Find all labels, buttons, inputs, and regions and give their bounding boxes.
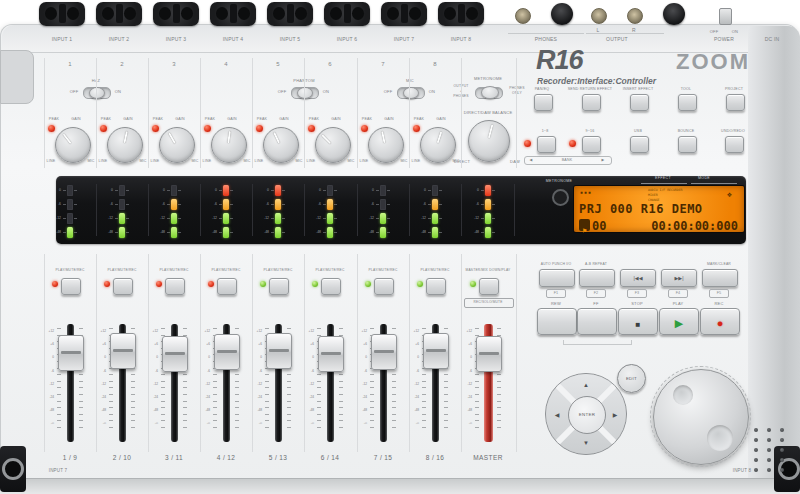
gain-knob[interactable] bbox=[420, 127, 456, 163]
bank-left-arrow[interactable]: ◀ bbox=[530, 158, 533, 162]
meter-scale-number: 0 bbox=[361, 188, 374, 192]
line-label: LINE bbox=[47, 159, 56, 163]
balance-knob[interactable] bbox=[468, 120, 510, 162]
jog-dial[interactable] bbox=[653, 369, 749, 465]
gain-knob[interactable] bbox=[211, 127, 247, 163]
fx-button-send-return-effect[interactable] bbox=[582, 94, 601, 111]
lcd-display: ▪▪▪ AUDIO I/F RECORDER MIXER CHANGE ❖ PR… bbox=[574, 186, 744, 232]
input-combo-jack bbox=[96, 2, 142, 26]
phones-knob[interactable] bbox=[551, 3, 573, 25]
track-status-button[interactable] bbox=[61, 278, 81, 295]
peak-label: PEAK bbox=[153, 117, 163, 121]
gain-knob[interactable] bbox=[55, 127, 91, 163]
fx-button-usb[interactable] bbox=[630, 136, 649, 153]
function-button-label: MARK/CLEAR bbox=[707, 262, 731, 266]
lcd-status-icons: ▪▪▪ bbox=[580, 189, 592, 195]
track-status-button[interactable] bbox=[165, 278, 185, 295]
track-status-label: PLAY/MUTE/REC bbox=[264, 268, 293, 272]
track-status-led bbox=[365, 281, 371, 287]
balance-title: DIRECT/DAW BALANCE bbox=[464, 110, 513, 115]
meter-led-segment bbox=[223, 213, 229, 224]
meter-led-segment bbox=[119, 227, 125, 238]
phantom-switch-knob[interactable] bbox=[297, 87, 313, 99]
metronome-switch-knob[interactable] bbox=[481, 86, 499, 99]
fader-cap[interactable] bbox=[318, 336, 344, 372]
meter-scale-number: -48 bbox=[413, 230, 426, 234]
output-knob[interactable] bbox=[663, 3, 685, 25]
fx-button-project[interactable] bbox=[726, 94, 745, 111]
meter-scale-number: -12 bbox=[361, 216, 374, 220]
gain-knob[interactable] bbox=[159, 127, 195, 163]
track-status-button[interactable] bbox=[269, 278, 289, 295]
meter-led-segment bbox=[67, 227, 73, 238]
track-status-button[interactable] bbox=[321, 278, 341, 295]
transport-rew-button[interactable] bbox=[537, 308, 577, 335]
track-status-led bbox=[417, 281, 423, 287]
gain-knob[interactable] bbox=[107, 127, 143, 163]
fx-button-1-8[interactable] bbox=[537, 136, 556, 153]
function-button-f1[interactable] bbox=[539, 269, 575, 287]
meter-led-segment bbox=[485, 199, 491, 210]
function-button-f3[interactable]: |◀◀ bbox=[620, 269, 656, 287]
gain-knob[interactable] bbox=[315, 127, 351, 163]
gain-knob[interactable] bbox=[368, 127, 404, 163]
fader-scale-number: -48 bbox=[250, 408, 262, 412]
transport-stop-button[interactable]: ■ bbox=[618, 308, 658, 335]
enter-button[interactable]: ENTER bbox=[568, 396, 606, 434]
gain-knob[interactable] bbox=[263, 127, 299, 163]
input-combo-jack bbox=[381, 2, 427, 26]
fx-button-undo-redo[interactable] bbox=[725, 136, 744, 153]
fader-cap[interactable] bbox=[110, 333, 136, 369]
meter-divider bbox=[148, 184, 149, 236]
gain-label: GAIN bbox=[436, 117, 446, 121]
meter-tick bbox=[115, 232, 118, 233]
master-fader-cap[interactable] bbox=[476, 336, 502, 372]
track-status-button[interactable] bbox=[426, 278, 446, 295]
vent-hole bbox=[780, 438, 784, 442]
transport-play-button[interactable]: ▶ bbox=[659, 308, 699, 335]
fx-button-bounce[interactable] bbox=[678, 136, 697, 153]
track-status-button[interactable] bbox=[374, 278, 394, 295]
track-status-led bbox=[156, 281, 162, 287]
fader-scale-number: -∞ bbox=[94, 421, 106, 425]
fader-cap[interactable] bbox=[266, 333, 292, 369]
track-status-button[interactable] bbox=[217, 278, 237, 295]
function-button-f4[interactable]: ▶▶| bbox=[661, 269, 697, 287]
track-status-led bbox=[104, 281, 110, 287]
fader-cap[interactable] bbox=[214, 334, 240, 370]
vent-hole bbox=[767, 458, 771, 462]
edit-button[interactable]: EDIT bbox=[617, 364, 646, 393]
meter-scale-number: -6 bbox=[413, 202, 426, 206]
mic-switch-knob[interactable] bbox=[403, 87, 419, 99]
meter-divider bbox=[514, 184, 515, 236]
transport-rec-button[interactable]: ● bbox=[700, 308, 740, 335]
meter-scale-number: -48 bbox=[308, 230, 321, 234]
bank-right-arrow[interactable]: ▶ bbox=[602, 158, 605, 162]
power-switch[interactable] bbox=[719, 8, 732, 25]
track-status-button[interactable] bbox=[113, 278, 133, 295]
fader-label: MASTER bbox=[473, 454, 503, 461]
fx-button-insert-effect[interactable] bbox=[630, 94, 649, 111]
bank-led bbox=[524, 140, 531, 147]
meter-scale-number: -48 bbox=[204, 230, 217, 234]
master-status-button[interactable] bbox=[479, 278, 499, 295]
meter-led-segment bbox=[171, 227, 177, 238]
transport-ff-button[interactable] bbox=[577, 308, 617, 335]
dc-in-label: DC IN bbox=[765, 36, 780, 42]
function-button-f5[interactable] bbox=[702, 269, 738, 287]
right-side-panel bbox=[748, 26, 800, 492]
fader-cap[interactable] bbox=[423, 333, 449, 369]
fx-button-tool[interactable] bbox=[678, 94, 697, 111]
fader-cap[interactable] bbox=[162, 336, 188, 372]
meter-scale-number: -12 bbox=[48, 216, 61, 220]
meter-tick bbox=[334, 190, 337, 191]
fader-cap[interactable] bbox=[58, 335, 84, 371]
hi-z-switch-knob[interactable] bbox=[89, 87, 105, 99]
fader-scale-number: 0 bbox=[250, 355, 262, 359]
fader-scale-number: +12 bbox=[407, 329, 419, 333]
output-label: OUTPUT bbox=[606, 36, 628, 42]
fx-button-pan-eq[interactable] bbox=[534, 94, 553, 111]
fx-button-9-16[interactable] bbox=[582, 136, 601, 153]
fader-cap[interactable] bbox=[371, 334, 397, 370]
function-button-f2[interactable] bbox=[579, 269, 615, 287]
